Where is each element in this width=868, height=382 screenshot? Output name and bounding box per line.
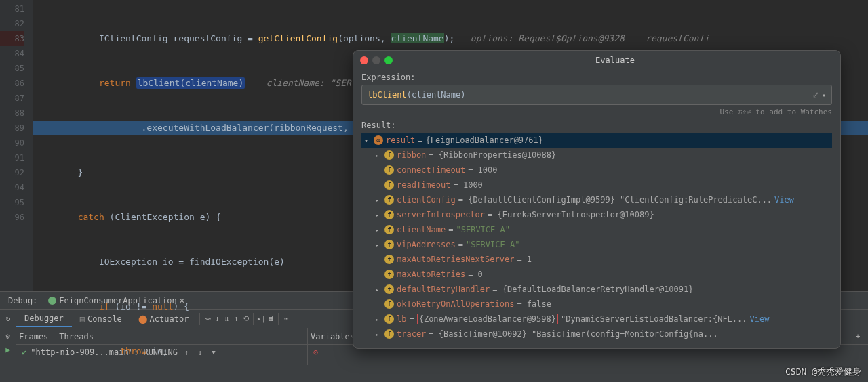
field-icon: f xyxy=(384,329,394,339)
line-num: 95 xyxy=(0,195,24,210)
chevron-right-icon[interactable]: ▸ xyxy=(375,226,382,234)
tree-field-row[interactable]: ▸fclientName = "SERVICE-A" xyxy=(361,222,832,237)
chevron-right-icon[interactable]: ▸ xyxy=(375,241,382,249)
tree-field-row[interactable]: ▸fvipAddresses = "SERVICE-A" xyxy=(361,237,832,252)
evaluate-icon[interactable]: 🖩 xyxy=(266,314,275,324)
line-num: 92 xyxy=(0,165,24,180)
field-icon: f xyxy=(384,150,394,160)
field-icon: f xyxy=(384,255,394,264)
object-icon: ∞ xyxy=(374,135,383,145)
watermark: CSDN @秃秃爱健身 xyxy=(785,366,861,378)
resume-icon[interactable]: ▶ xyxy=(3,345,13,354)
variables-header: Variables xyxy=(311,332,355,341)
run-to-cursor-icon[interactable]: ▸| xyxy=(256,314,266,324)
check-icon: ✔ xyxy=(22,347,26,357)
line-num: 84 xyxy=(0,46,24,61)
field-icon: f xyxy=(384,210,394,219)
field-icon: f xyxy=(384,240,394,249)
debug-config-tab[interactable]: FeignConsumerApplication × xyxy=(43,296,190,305)
chevron-right-icon[interactable]: ▸ xyxy=(375,316,382,323)
frames-tab[interactable]: Frames xyxy=(19,332,48,341)
tree-field-row[interactable]: ▸fribbon = {RibbonProperties@10088} xyxy=(361,148,832,163)
field-icon: f xyxy=(384,195,394,205)
tree-field-row[interactable]: fmaxAutoRetries = 0 xyxy=(361,267,832,282)
rerun-icon[interactable]: ↻ xyxy=(3,314,13,324)
close-window-icon[interactable] xyxy=(360,56,368,64)
field-icon: f xyxy=(384,284,394,294)
error-icon: ⊘ xyxy=(313,347,318,357)
field-icon: f xyxy=(384,165,394,175)
code-line: IClientConfig requestConfig = getClientC… xyxy=(33,31,868,46)
line-num: 87 xyxy=(0,91,24,106)
line-num: 81 xyxy=(0,1,24,16)
history-dropdown-icon[interactable] xyxy=(822,90,826,100)
field-icon: f xyxy=(384,225,394,234)
line-num: 88 xyxy=(0,106,24,121)
chevron-right-icon[interactable]: ▸ xyxy=(375,196,382,204)
line-num: 83 xyxy=(0,31,24,46)
chevron-right-icon[interactable]: ▸ xyxy=(375,211,382,219)
frames-column: Frames Threads ✔ "http-nio-909...main": … xyxy=(16,328,308,365)
debug-side-toolbar: ⚙ ▶ xyxy=(0,328,16,365)
add-watch-icon[interactable]: + xyxy=(853,332,863,341)
field-icon: f xyxy=(384,180,394,190)
filter-icon[interactable] xyxy=(209,347,218,357)
step-into-icon[interactable]: ↓ xyxy=(212,314,222,324)
spring-icon xyxy=(48,297,56,305)
field-icon: f xyxy=(384,299,394,309)
down-icon[interactable]: ↓ xyxy=(195,347,205,357)
result-tree[interactable]: ▾ ∞ result = {FeignLoadBalancer@9761} ▸f… xyxy=(361,133,832,341)
debug-label: Debug: xyxy=(3,296,43,305)
threads-tab[interactable]: Threads xyxy=(59,332,94,341)
chevron-right-icon[interactable]: ▸ xyxy=(375,152,382,159)
force-step-icon[interactable]: ⇊ xyxy=(222,314,231,324)
frames-subtabs: Frames Threads xyxy=(16,328,307,345)
tab-actuator[interactable]: ⬤Actuator xyxy=(130,312,197,326)
shortcut-hint: Use ⌘⇧⏎ to add to Watches xyxy=(361,108,832,116)
tree-field-row[interactable]: ▸fclientConfig = {DefaultClientConfigImp… xyxy=(361,192,832,207)
line-num: 94 xyxy=(0,180,24,195)
chevron-right-icon[interactable]: ▸ xyxy=(375,286,382,293)
tree-root[interactable]: ▾ ∞ result = {FeignLoadBalancer@9761} xyxy=(361,133,832,148)
expression-input[interactable]: lbClient(clientName) ⤢ xyxy=(361,85,832,105)
view-link[interactable]: View xyxy=(774,195,794,205)
close-icon[interactable]: × xyxy=(180,296,184,305)
tree-field-row[interactable]: ▸fserverIntrospector = {EurekaServerIntr… xyxy=(361,207,832,222)
up-icon[interactable]: ↑ xyxy=(182,347,191,357)
expand-icon[interactable]: ⤢ xyxy=(812,90,819,100)
view-link[interactable]: View xyxy=(750,314,770,324)
dialog-titlebar[interactable]: Evaluate xyxy=(353,51,840,70)
settings-icon[interactable]: ⚙ xyxy=(3,331,13,341)
line-num: 82 xyxy=(0,16,24,31)
tree-field-row[interactable]: ▸flb = {ZoneAwareLoadBalancer@9598} "Dyn… xyxy=(361,312,832,326)
expression-label: Expression: xyxy=(361,72,832,82)
tree-field-row[interactable]: fmaxAutoRetriesNextServer = 1 xyxy=(361,252,832,267)
tab-console[interactable]: ▤Console xyxy=(72,312,130,326)
zoom-window-icon[interactable] xyxy=(384,56,393,64)
tree-field-row[interactable]: ▸fdefaultRetryHandler = {DefaultLoadBala… xyxy=(361,282,832,297)
chevron-right-icon[interactable]: ▸ xyxy=(375,331,382,338)
field-icon: f xyxy=(384,314,394,324)
step-over-icon[interactable]: ⤻ xyxy=(203,314,212,324)
line-gutter: 81 82 83 84 85 86 87 88 89 90 91 92 94 9… xyxy=(0,0,33,291)
chevron-down-icon[interactable]: ▾ xyxy=(364,137,371,144)
more-icon[interactable]: ⋯ xyxy=(281,314,291,324)
tree-field-row[interactable]: fconnectTimeout = 1000 xyxy=(361,163,832,177)
tab-debugger[interactable]: Debugger xyxy=(16,311,72,327)
line-num: 96 xyxy=(0,210,24,225)
step-out-icon[interactable]: ↑ xyxy=(231,314,241,324)
frame-row[interactable]: ✔ "http-nio-909...main": RUNNING ↑ ↓ xyxy=(16,345,307,360)
tree-field-row[interactable]: ▸ftracer = {BasicTimer@10092} "BasicTime… xyxy=(361,326,832,341)
line-num: 91 xyxy=(0,150,24,165)
field-icon: f xyxy=(384,270,394,279)
tree-field-row[interactable]: fokToRetryOnAllOperations = false xyxy=(361,297,832,312)
line-num: 85 xyxy=(0,61,24,76)
result-label: Result: xyxy=(361,121,832,130)
line-num: 86 xyxy=(0,76,24,91)
line-num: 89 xyxy=(0,121,24,135)
line-num: 90 xyxy=(0,135,24,150)
minimize-window-icon[interactable] xyxy=(372,56,380,64)
drop-frame-icon[interactable]: ⟲ xyxy=(241,314,250,324)
dialog-title: Evaluate xyxy=(397,56,833,65)
tree-field-row[interactable]: freadTimeout = 1000 xyxy=(361,177,832,192)
